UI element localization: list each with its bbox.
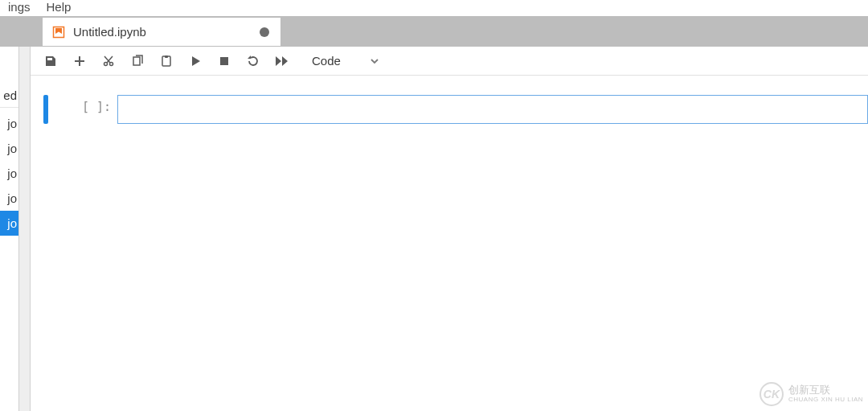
sidebar-item[interactable]: jo [0, 186, 18, 211]
watermark-sub: CHUANG XIN HU LIAN [788, 397, 863, 404]
watermark: CK 创新互联 CHUANG XIN HU LIAN [760, 382, 863, 406]
play-icon [190, 55, 201, 67]
cell-type-select[interactable]: Code [305, 51, 386, 71]
svg-point-2 [110, 62, 113, 65]
svg-point-1 [104, 62, 108, 65]
svg-rect-5 [165, 55, 168, 58]
tab-notebook[interactable]: Untitled.ipynb [42, 17, 281, 46]
menu-item-help[interactable]: Help [39, 0, 80, 14]
sidebar-item[interactable]: jo [0, 211, 18, 236]
sidebar-item[interactable]: jo [0, 111, 18, 136]
watermark-main: 创新互联 [788, 384, 863, 396]
restart-button[interactable] [240, 49, 267, 73]
stop-icon [219, 55, 230, 67]
paste-button[interactable] [153, 49, 180, 73]
restart-icon [247, 55, 260, 68]
panel-divider[interactable] [19, 47, 31, 411]
svg-rect-6 [220, 57, 228, 65]
plus-icon [73, 55, 86, 68]
cut-button[interactable] [95, 49, 122, 73]
main-area: ed jo jo jo jo jo [0, 47, 868, 411]
insert-cell-button[interactable] [66, 49, 93, 73]
tab-strip: Untitled.ipynb [0, 16, 868, 47]
notebook-panel: Code [ ]: CK 创新互联 CHUANG XIN HU LIAN [31, 47, 868, 411]
menu-bar: ings Help [0, 0, 868, 16]
watermark-logo-icon: CK [760, 382, 784, 406]
notebook-icon [52, 26, 65, 39]
svg-rect-3 [133, 57, 140, 65]
restart-run-all-button[interactable] [268, 49, 296, 73]
notebook-toolbar: Code [31, 47, 868, 76]
menu-item-settings[interactable]: ings [0, 0, 39, 14]
copy-icon [131, 55, 144, 68]
tab-title: Untitled.ipynb [73, 25, 252, 39]
notebook-cells: [ ]: [31, 76, 868, 124]
run-button[interactable] [182, 49, 209, 73]
sidebar-item[interactable]: jo [0, 136, 18, 161]
interrupt-button[interactable] [211, 49, 238, 73]
cell-type-value: Code [312, 54, 341, 68]
save-button[interactable] [37, 49, 64, 73]
clipboard-icon [160, 55, 173, 68]
code-cell[interactable]: [ ]: [43, 95, 868, 124]
cell-editor[interactable] [117, 95, 868, 124]
file-browser-sidebar: ed jo jo jo jo jo [0, 47, 19, 411]
cell-prompt: [ ]: [76, 95, 117, 124]
sidebar-column-header[interactable]: ed [0, 85, 18, 108]
fast-forward-icon [275, 55, 289, 67]
copy-button[interactable] [124, 49, 151, 73]
chevron-down-icon [370, 56, 379, 66]
cell-active-marker [43, 95, 48, 124]
sidebar-item[interactable]: jo [0, 161, 18, 186]
unsaved-indicator-icon [260, 27, 269, 37]
scissors-icon [102, 55, 115, 68]
save-icon [44, 55, 57, 68]
